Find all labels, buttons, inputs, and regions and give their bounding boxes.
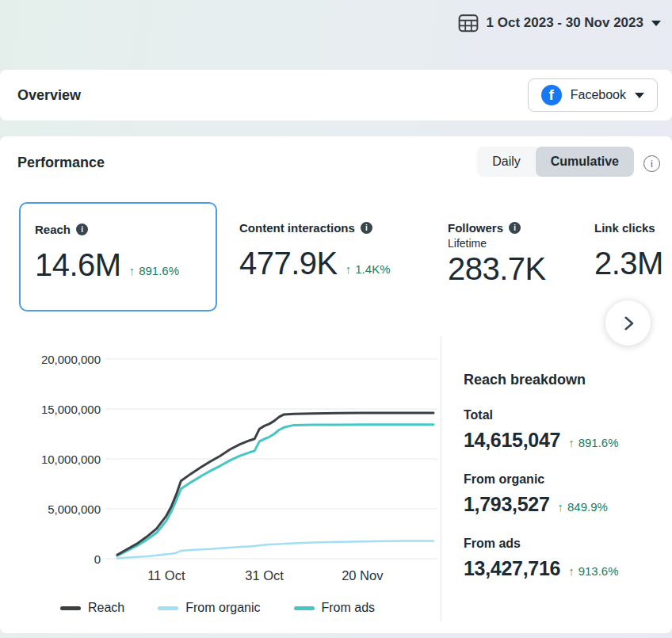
arrow-up-icon: ↑ bbox=[568, 564, 575, 578]
section-title: Performance bbox=[17, 155, 105, 171]
carousel-next-button[interactable] bbox=[605, 300, 651, 346]
breakdown-delta: 913.6% bbox=[578, 564, 619, 578]
breakdown-value: 14,615,047 bbox=[464, 429, 560, 452]
breakdown-value: 1,793,527 bbox=[464, 493, 550, 516]
arrow-up-icon: ↑ bbox=[346, 262, 352, 276]
toggle-cumulative[interactable]: Cumulative bbox=[536, 147, 634, 177]
svg-text:31 Oct: 31 Oct bbox=[245, 568, 284, 583]
metric-card-content-interactions[interactable]: Content interactions i 477.9K ↑ 1.4K% bbox=[239, 221, 390, 279]
page-title: Overview bbox=[17, 87, 81, 104]
metric-card-reach[interactable]: Reach i 14.6M ↑ 891.6% bbox=[19, 202, 217, 311]
info-icon[interactable]: i bbox=[509, 222, 521, 234]
breakdown-title: Reach breakdown bbox=[464, 372, 666, 388]
metric-label: Link clicks bbox=[594, 221, 655, 235]
facebook-icon: f bbox=[541, 85, 562, 105]
svg-text:20 Nov: 20 Nov bbox=[342, 568, 384, 583]
info-icon[interactable]: i bbox=[76, 223, 88, 235]
metric-value: 283.7K bbox=[448, 253, 546, 285]
reach-breakdown-panel: Reach breakdown Total 14,615,047 ↑ 891.6… bbox=[464, 372, 666, 581]
metric-cards-row: Reach i 14.6M ↑ 891.6% Content interacti… bbox=[0, 202, 672, 313]
breakdown-row-value: 14,615,047 ↑ 891.6% bbox=[464, 429, 666, 453]
overview-bar: Overview f Facebook bbox=[0, 70, 672, 120]
legend-swatch bbox=[294, 606, 315, 610]
arrow-up-icon: ↑ bbox=[129, 264, 136, 277]
breakdown-delta: 849.9% bbox=[567, 500, 608, 514]
metric-label: Content interactions bbox=[239, 221, 355, 235]
svg-text:15,000,000: 15,000,000 bbox=[41, 403, 101, 416]
svg-text:0: 0 bbox=[94, 552, 101, 566]
arrow-up-icon: ↑ bbox=[558, 500, 564, 514]
metric-delta: 1.4K% bbox=[355, 262, 390, 276]
chart-legend: Reach From organic From ads bbox=[60, 601, 375, 615]
performance-chart: 05,000,00010,000,00015,000,00020,000,000… bbox=[12, 345, 440, 590]
daily-cumulative-toggle: Daily Cumulative bbox=[477, 147, 634, 177]
metric-value: 14.6M bbox=[35, 249, 121, 281]
metric-card-link-clicks[interactable]: Link clicks 2.3M bbox=[594, 221, 663, 279]
metric-value: 477.9K bbox=[239, 247, 338, 279]
svg-text:11 Oct: 11 Oct bbox=[147, 568, 185, 583]
breakdown-row-label: From ads bbox=[464, 537, 666, 551]
chevron-down-icon bbox=[635, 93, 644, 98]
metric-label: Reach bbox=[35, 223, 71, 236]
breakdown-value: 13,427,716 bbox=[464, 557, 560, 580]
chevron-down-icon bbox=[651, 21, 661, 26]
legend-item-from-ads[interactable]: From ads bbox=[294, 601, 376, 615]
svg-text:10,000,000: 10,000,000 bbox=[41, 453, 101, 466]
toggle-daily[interactable]: Daily bbox=[477, 147, 536, 177]
arrow-up-icon: ↑ bbox=[568, 436, 575, 449]
legend-label: From organic bbox=[185, 601, 260, 615]
legend-swatch bbox=[60, 606, 81, 610]
legend-label: Reach bbox=[88, 601, 124, 615]
platform-label: Facebook bbox=[571, 88, 626, 102]
metric-value: 2.3M bbox=[594, 247, 663, 279]
legend-swatch bbox=[158, 606, 178, 610]
breakdown-row-label: Total bbox=[464, 408, 666, 422]
metric-sublabel: Lifetime bbox=[448, 237, 546, 250]
date-range-label: 1 Oct 2023 - 30 Nov 2023 bbox=[487, 15, 643, 31]
date-range-picker[interactable]: 1 Oct 2023 - 30 Nov 2023 bbox=[458, 13, 661, 33]
info-icon[interactable]: i bbox=[361, 222, 372, 234]
legend-label: From ads bbox=[322, 601, 376, 615]
performance-section: Performance Daily Cumulative i Reach i 1… bbox=[0, 136, 672, 633]
chevron-right-icon bbox=[620, 315, 637, 332]
metric-card-followers[interactable]: Followers i Lifetime 283.7K bbox=[448, 221, 546, 285]
breakdown-row-value: 13,427,716 ↑ 913.6% bbox=[464, 557, 666, 581]
vertical-divider bbox=[441, 337, 441, 621]
platform-selector[interactable]: f Facebook bbox=[528, 78, 658, 112]
legend-item-from-organic[interactable]: From organic bbox=[158, 601, 260, 615]
breakdown-row-label: From organic bbox=[464, 472, 666, 487]
info-icon[interactable]: i bbox=[643, 155, 660, 172]
calendar-icon bbox=[458, 13, 479, 33]
metric-label: Followers bbox=[448, 221, 503, 235]
metric-delta: 891.6% bbox=[139, 264, 179, 277]
svg-text:5,000,000: 5,000,000 bbox=[48, 502, 101, 516]
breakdown-delta: 891.6% bbox=[578, 436, 619, 449]
svg-text:20,000,000: 20,000,000 bbox=[41, 353, 101, 366]
legend-item-reach[interactable]: Reach bbox=[60, 601, 124, 615]
breakdown-row-value: 1,793,527 ↑ 849.9% bbox=[464, 493, 666, 517]
